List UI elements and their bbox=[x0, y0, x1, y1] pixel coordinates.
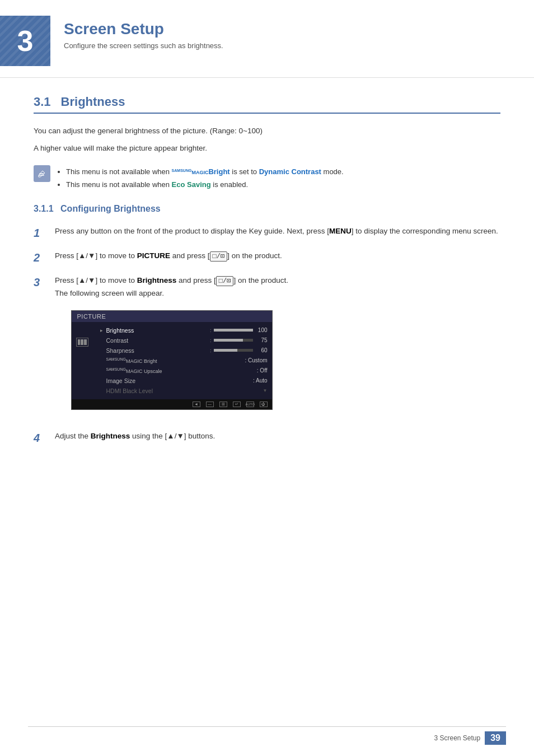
menu-row-magic-upscale: SAMSUNGMAGIC Upscale : Off bbox=[97, 366, 268, 376]
step-content-3: Press [▲/▼] to move to Brightness and pr… bbox=[55, 274, 288, 421]
step-num-1: 1 bbox=[34, 225, 45, 241]
menu-label-magic-upscale: SAMSUNGMAGIC Upscale bbox=[106, 367, 162, 374]
section-heading: Brightness bbox=[61, 95, 125, 109]
chapter-subtitle: Configure the screen settings such as br… bbox=[64, 41, 223, 50]
fill-sharpness bbox=[214, 349, 237, 352]
btn-power: ⏻ bbox=[260, 402, 268, 407]
screen-body: ▸ Brightness : 100 bbox=[72, 322, 272, 399]
btn-minus: — bbox=[206, 402, 214, 407]
section-number: 3.1 bbox=[34, 95, 51, 109]
chapter-title: Screen Setup bbox=[64, 20, 223, 38]
val-image-size: : Auto bbox=[253, 377, 268, 384]
chapter-title-area: Screen Setup Configure the screen settin… bbox=[50, 16, 223, 50]
track-brightness bbox=[214, 329, 253, 332]
screen-title-bar: PICTURE bbox=[72, 311, 272, 322]
note-line-1: This menu is not available when SAMSUNGM… bbox=[66, 165, 344, 178]
fill-brightness bbox=[214, 329, 253, 332]
menu-row-hdmi: HDMI Black Level ▼ bbox=[97, 386, 268, 396]
plus-icon: ⊞ bbox=[219, 402, 227, 407]
picture-highlight: PICTURE bbox=[137, 251, 170, 260]
step-text-1: Press any button on the front of the pro… bbox=[55, 225, 498, 238]
menu-colon-brightness: : bbox=[210, 328, 212, 333]
screen-mock-container: PICTURE bbox=[55, 310, 288, 410]
back-icon: ◄ bbox=[193, 402, 200, 407]
step-subtext-3: The following screen will appear. bbox=[55, 289, 164, 297]
screen-sidebar bbox=[72, 322, 93, 399]
step-text-3: Press [▲/▼] to move to Brightness and pr… bbox=[55, 276, 288, 284]
page-footer: 3 Screen Setup 39 bbox=[28, 726, 506, 745]
menu-bar-contrast: : 75 bbox=[210, 337, 268, 343]
screen-bottom-bar: ◄ — ⊞ ↵ AUTO bbox=[72, 399, 272, 409]
screen-mock: PICTURE bbox=[71, 310, 273, 410]
fill-contrast bbox=[214, 339, 243, 342]
btn-plus: ⊞ bbox=[219, 402, 227, 407]
btn-auto: AUTO bbox=[246, 402, 254, 407]
power-icon: ⏻ bbox=[260, 402, 268, 407]
auto-icon: AUTO bbox=[246, 402, 254, 407]
section-title: 3.1 Brightness bbox=[34, 95, 500, 114]
dynamic-contrast-highlight: Dynamic Contrast bbox=[259, 167, 321, 176]
step-1: 1 Press any button on the front of the p… bbox=[34, 225, 500, 241]
screen-menu-items: ▸ Brightness : 100 bbox=[93, 322, 272, 399]
section-desc-2: A higher value will make the picture app… bbox=[34, 142, 500, 155]
chapter-number: 3 bbox=[0, 16, 50, 66]
menu-bar-brightness: : 100 bbox=[210, 327, 268, 333]
menu-label-sharpness: Sharpness bbox=[106, 347, 134, 354]
footer-section-label: 3 Screen Setup bbox=[434, 734, 480, 742]
step-text-4: Adjust the Brightness using the [▲/▼] bu… bbox=[55, 430, 215, 443]
step-4: 4 Adjust the Brightness using the [▲/▼] … bbox=[34, 430, 500, 446]
steps-list: 1 Press any button on the front of the p… bbox=[34, 225, 500, 446]
eco-saving-highlight: Eco Saving bbox=[172, 180, 211, 189]
footer-page-number: 39 bbox=[485, 731, 506, 745]
menu-label-magic-bright: SAMSUNGMAGIC Bright bbox=[106, 357, 157, 364]
step-num-4: 4 bbox=[34, 430, 45, 446]
samsung-magic-label: SAMSUNGMAGIC bbox=[172, 170, 209, 175]
menu-row-magic-bright: SAMSUNGMAGIC Bright : Custom bbox=[97, 356, 268, 366]
val-brightness: 100 bbox=[255, 327, 268, 333]
btn-back: ◄ bbox=[193, 402, 200, 407]
track-sharpness bbox=[214, 349, 253, 352]
val-magic-upscale: : Off bbox=[257, 367, 268, 374]
menu-label-contrast: Contrast bbox=[106, 337, 129, 344]
subsection-title: 3.1.1 Configuring Brightness bbox=[34, 204, 500, 214]
monitor-icon bbox=[76, 338, 88, 347]
step-num-3: 3 bbox=[34, 274, 45, 290]
note-line-2: This menu is not available when Eco Savi… bbox=[66, 178, 344, 191]
enter-icon: ↵ bbox=[233, 402, 241, 407]
val-magic-bright: : Custom bbox=[245, 357, 268, 363]
chapter-header: 3 Screen Setup Configure the screen sett… bbox=[0, 0, 534, 78]
note-block: This menu is not available when SAMSUNGM… bbox=[34, 165, 500, 192]
step-2: 2 Press [▲/▼] to move to PICTURE and pre… bbox=[34, 250, 500, 265]
menu-row-contrast: Contrast : 75 bbox=[97, 335, 268, 346]
menu-row-image-size: Image Size : Auto bbox=[97, 376, 268, 386]
step-3: 3 Press [▲/▼] to move to Brightness and … bbox=[34, 274, 500, 421]
main-content: 3.1 Brightness You can adjust the genera… bbox=[0, 95, 534, 488]
track-contrast bbox=[214, 339, 253, 342]
note-icon bbox=[34, 165, 50, 182]
step-num-2: 2 bbox=[34, 250, 45, 265]
btn-enter: ↵ bbox=[233, 402, 241, 407]
step-text-2: Press [▲/▼] to move to PICTURE and press… bbox=[55, 250, 282, 263]
note-lines: This menu is not available when SAMSUNGM… bbox=[57, 165, 344, 192]
menu-label-hdmi: HDMI Black Level bbox=[106, 388, 153, 394]
menu-row-brightness: ▸ Brightness : 100 bbox=[97, 325, 268, 335]
val-sharpness: 60 bbox=[255, 347, 268, 353]
menu-label-image-size: Image Size bbox=[106, 377, 136, 384]
menu-label-brightness: Brightness bbox=[106, 327, 134, 334]
menu-bar-sharpness: : 60 bbox=[210, 347, 268, 353]
menu-row-sharpness: Sharpness : 60 bbox=[97, 346, 268, 356]
section-desc-1: You can adjust the general brightness of… bbox=[34, 125, 500, 138]
bright-highlight: Bright bbox=[208, 167, 229, 176]
val-contrast: 75 bbox=[255, 337, 268, 343]
minus-icon: — bbox=[206, 402, 214, 407]
